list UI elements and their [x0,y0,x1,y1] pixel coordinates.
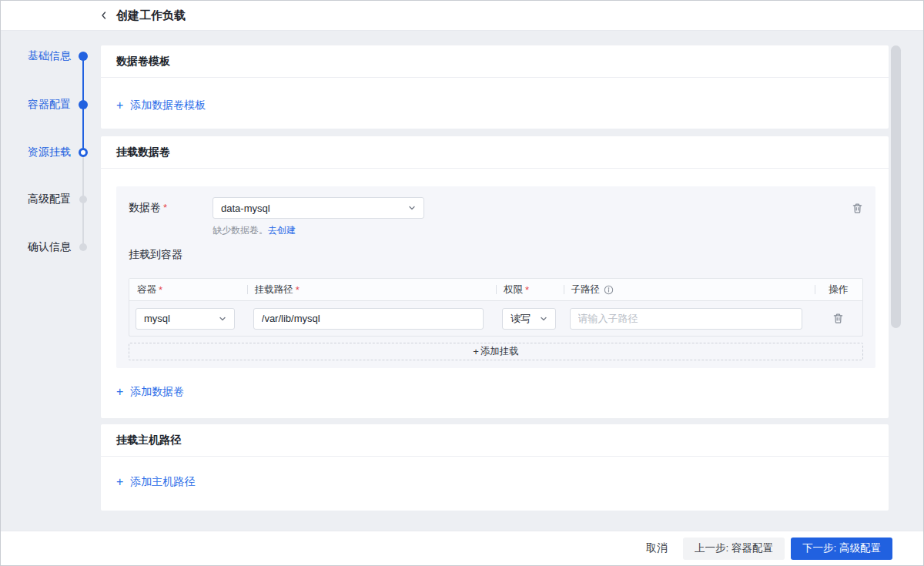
add-data-volume-button[interactable]: + 添加数据卷 [116,385,184,399]
permission-select[interactable]: 读写 [502,308,556,330]
plus-icon: + [116,476,123,488]
plus-icon: + [116,386,123,398]
plus-icon: + [473,346,479,357]
create-workload-screen: 创建工作负载 基础信息 容器配置 资源挂载 高级配置 确认 [0,0,924,566]
section-title: 挂载数据卷 [116,146,170,159]
stepper: 基础信息 容器配置 资源挂载 高级配置 确认信息 [1,31,101,531]
required-marker: * [159,284,162,296]
step-container-config[interactable]: 容器配置 [28,97,88,112]
step-dot-current [79,148,88,157]
col-mount-path: 挂载路径* [247,279,496,300]
step-dot-done [79,100,88,109]
col-action: 操作 [815,279,862,300]
vertical-scrollbar-thumb[interactable] [891,45,901,328]
back-button[interactable] [99,10,109,21]
chevron-down-icon [408,204,416,212]
content: 数据卷模板 + 添加数据卷模板 挂载数据卷 数据卷* [101,31,889,531]
mount-volume-body: + 添加数据卷 [101,368,889,418]
step-dot-todo [79,243,87,251]
mount-table: 容器* 挂载路径* 权限* 子路径 [129,278,863,337]
required-marker: * [296,284,300,296]
volume-template-body: + 添加数据卷模板 [101,78,889,129]
col-sub-path: 子路径 [564,279,815,300]
mount-to-container-label: 挂载到容器 [129,248,863,262]
mount-path-input[interactable] [253,308,484,330]
topbar: 创建工作负载 [1,1,923,31]
footer: 取消 上一步: 容器配置 下一步: 高级配置 [1,531,923,565]
trash-icon [832,313,844,324]
trash-icon [852,203,863,214]
main-area: 基础信息 容器配置 资源挂载 高级配置 确认信息 [1,31,923,531]
sub-path-info-icon[interactable] [604,285,614,295]
host-path-body: + 添加主机路径 [101,457,889,511]
page-title: 创建工作负载 [116,8,186,23]
step-resource-mount[interactable]: 资源挂载 [28,145,88,160]
step-advanced-config[interactable]: 高级配置 [28,192,88,207]
volume-select-row: 数据卷* data-mysql [129,197,863,219]
plus-icon: + [116,99,123,112]
volume-helper-text: 缺少数据卷。去创建 [213,224,863,237]
required-marker: * [525,284,529,296]
host-path-header: 挂载主机路径 [101,424,889,457]
mount-volume-card: 挂载数据卷 数据卷* data-mysql [101,136,889,418]
col-container: 容器* [129,279,247,300]
step-dot-todo [79,196,87,203]
mount-volume-header: 挂载数据卷 [101,136,889,169]
volume-select[interactable]: data-mysql [213,197,424,219]
volume-label: 数据卷* [129,201,213,215]
volume-template-card: 数据卷模板 + 添加数据卷模板 [101,45,889,129]
section-title: 挂载主机路径 [116,434,181,447]
add-mount-button[interactable]: + 添加挂载 [129,343,863,360]
step-basic-info[interactable]: 基础信息 [28,49,88,64]
chevron-down-icon [219,315,226,323]
step-confirm-info[interactable]: 确认信息 [28,239,88,255]
prev-step-button[interactable]: 上一步: 容器配置 [683,538,785,560]
step-dot-done [79,52,88,61]
mount-table-row: mysql 读写 [129,301,862,336]
mount-table-header: 容器* 挂载路径* 权限* 子路径 [129,279,862,301]
sub-path-input[interactable] [570,308,802,330]
chevron-left-icon [99,10,109,21]
delete-volume-button[interactable] [852,203,863,214]
next-step-button[interactable]: 下一步: 高级配置 [791,538,892,560]
go-create-link[interactable]: 去创建 [268,225,296,236]
volume-panel: 数据卷* data-mysql 缺少数据卷。去创建 挂载到容器 [116,186,875,368]
host-path-card: 挂载主机路径 + 添加主机路径 [101,424,889,511]
add-host-path-button[interactable]: + 添加主机路径 [116,475,195,489]
required-marker: * [163,202,167,213]
section-title: 数据卷模板 [116,55,170,69]
container-select[interactable]: mysql [136,308,235,330]
volume-template-header: 数据卷模板 [101,45,889,78]
add-volume-template-button[interactable]: + 添加数据卷模板 [116,99,206,112]
chevron-down-icon [540,315,547,323]
col-permission: 权限* [496,279,564,300]
delete-mount-row-button[interactable] [832,313,844,324]
cancel-button[interactable]: 取消 [646,541,668,555]
